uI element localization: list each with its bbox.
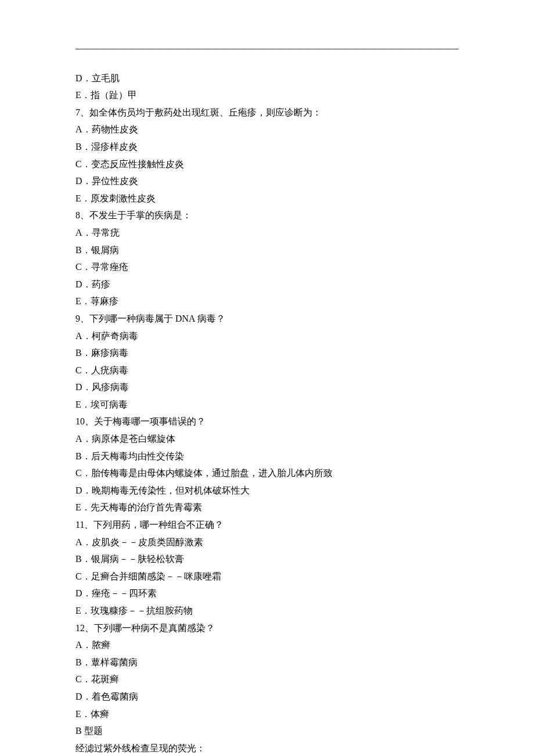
text-line: 10、关于梅毒哪一项事错误的？	[75, 413, 459, 430]
line-prefix: B．	[75, 554, 91, 564]
text-line: A．寻常疣	[75, 224, 459, 242]
text-line: E．埃可病毒	[75, 396, 459, 413]
text-line: C．寻常痤疮	[75, 258, 459, 276]
text-line: C．人疣病毒	[75, 362, 459, 379]
line-text: 湿疹样皮炎	[91, 142, 138, 152]
line-prefix: D．	[75, 485, 92, 495]
line-text: 柯萨奇病毒	[92, 331, 138, 341]
text-line: C．足癣合并细菌感染－－咪康唑霜	[75, 568, 459, 585]
text-line: A．皮肌炎－－皮质类固醇激素	[75, 534, 459, 551]
document-page: ————————————————————————————————————————…	[0, 0, 534, 756]
line-text: 指（趾）甲	[91, 90, 137, 100]
line-text: 立毛肌	[92, 73, 120, 83]
text-line: 8、不发生于手掌的疾病是：	[75, 207, 459, 224]
line-prefix: 12、	[75, 623, 94, 633]
line-text: B 型题	[75, 726, 103, 736]
line-text: 寻常痤疮	[91, 262, 128, 272]
line-text: 风疹病毒	[92, 382, 129, 392]
line-prefix: D．	[75, 279, 92, 289]
line-text: 蕈样霉菌病	[91, 657, 138, 667]
text-line: C．花斑癣	[75, 671, 459, 688]
line-prefix: 10、	[75, 416, 94, 426]
line-prefix: E．	[75, 709, 91, 719]
text-line: B 型题	[75, 722, 459, 740]
line-text: 晚期梅毒无传染性，但对机体破坏性大	[92, 485, 250, 495]
line-text: 如全体伤员均于敷药处出现红斑、丘疱疹，则应诊断为：	[89, 107, 322, 117]
text-line: D．晚期梅毒无传染性，但对机体破坏性大	[75, 482, 459, 499]
line-text: 人疣病毒	[91, 365, 128, 375]
text-line: D．异位性皮炎	[75, 172, 459, 190]
line-text: 病原体是苍白螺旋体	[92, 434, 175, 444]
line-prefix: D．	[75, 382, 92, 392]
text-line: E．指（趾）甲	[75, 87, 459, 104]
line-prefix: E．	[75, 606, 91, 615]
text-line: 经滤过紫外线检查呈现的荧光：	[75, 740, 459, 756]
line-prefix: D．	[75, 692, 92, 701]
line-prefix: 9、	[75, 314, 89, 323]
line-text: 体癣	[91, 709, 109, 719]
line-prefix: B．	[75, 142, 91, 152]
line-text: 经滤过紫外线检查呈现的荧光：	[75, 743, 205, 753]
line-prefix: A．	[75, 640, 92, 650]
text-line: D．立毛肌	[75, 70, 459, 87]
line-text: 银屑病－－肤轻松软膏	[91, 554, 184, 564]
line-text: 皮肌炎－－皮质类固醇激素	[92, 537, 203, 547]
line-prefix: A．	[75, 124, 92, 134]
line-text: 足癣合并细菌感染－－咪康唑霜	[91, 571, 221, 581]
line-prefix: C．	[75, 365, 91, 375]
text-line: B．后天梅毒均由性交传染	[75, 448, 459, 465]
line-prefix: 8、	[75, 210, 89, 220]
line-text: 玫瑰糠疹－－抗组胺药物	[91, 606, 193, 615]
line-prefix: E．	[75, 399, 91, 409]
line-prefix: D．	[75, 176, 92, 186]
line-text: 脓癣	[92, 640, 110, 650]
line-text: 荨麻疹	[91, 296, 118, 306]
text-line: A．脓癣	[75, 636, 459, 654]
text-line: E．荨麻疹	[75, 293, 459, 310]
line-text: 着色霉菌病	[92, 692, 138, 701]
line-prefix: B．	[75, 451, 91, 461]
text-line: A．病原体是苍白螺旋体	[75, 430, 459, 448]
line-prefix: D．	[75, 588, 92, 598]
text-line: A．柯萨奇病毒	[75, 327, 459, 345]
line-text: 不发生于手掌的疾病是：	[89, 210, 192, 220]
line-prefix: D．	[75, 73, 92, 83]
line-text: 药物性皮炎	[92, 124, 138, 134]
line-text: 后天梅毒均由性交传染	[91, 451, 184, 461]
text-line: 11、下列用药，哪一种组合不正确？	[75, 516, 459, 534]
line-prefix: B．	[75, 245, 91, 255]
text-line: 7、如全体伤员均于敷药处出现红斑、丘疱疹，则应诊断为：	[75, 104, 459, 121]
line-text: 埃可病毒	[91, 399, 128, 409]
text-line: B．银屑病	[75, 242, 459, 259]
line-text: 原发刺激性皮炎	[91, 193, 156, 203]
text-line: C．胎传梅毒是由母体内螺旋体，通过胎盘，进入胎儿体内所致	[75, 465, 459, 482]
text-line: D．着色霉菌病	[75, 688, 459, 705]
text-line: 12、下列哪一种病不是真菌感染？	[75, 620, 459, 637]
line-prefix: C．	[75, 159, 91, 169]
text-line: A．药物性皮炎	[75, 121, 459, 138]
line-prefix: C．	[75, 468, 91, 478]
text-line: C．变态反应性接触性皮炎	[75, 156, 459, 173]
line-prefix: 7、	[75, 107, 89, 117]
text-line: B．银屑病－－肤轻松软膏	[75, 550, 459, 568]
line-prefix: C．	[75, 674, 91, 684]
line-text: 先天梅毒的治疗首先青霉素	[91, 502, 202, 512]
line-prefix: E．	[75, 502, 91, 512]
text-line: E．体癣	[75, 705, 459, 723]
line-text: 异位性皮炎	[92, 176, 138, 186]
text-line: 9、下列哪一种病毒属于 DNA 病毒？	[75, 310, 459, 327]
line-text: 银屑病	[91, 245, 119, 255]
line-text: 胎传梅毒是由母体内螺旋体，通过胎盘，进入胎儿体内所致	[91, 468, 333, 478]
line-text: 寻常疣	[92, 228, 120, 237]
line-text: 麻疹病毒	[91, 348, 128, 358]
line-text: 痤疮－－四环素	[92, 588, 157, 598]
line-prefix: A．	[75, 228, 92, 237]
text-line: E．玫瑰糠疹－－抗组胺药物	[75, 602, 459, 620]
line-prefix: C．	[75, 571, 91, 581]
line-text: 药疹	[92, 279, 110, 289]
text-line: E．原发刺激性皮炎	[75, 190, 459, 207]
line-prefix: A．	[75, 537, 92, 547]
line-prefix: E．	[75, 296, 91, 306]
header-rule: ————————————————————————————————————————…	[75, 39, 459, 57]
line-text: 关于梅毒哪一项事错误的？	[94, 416, 205, 426]
